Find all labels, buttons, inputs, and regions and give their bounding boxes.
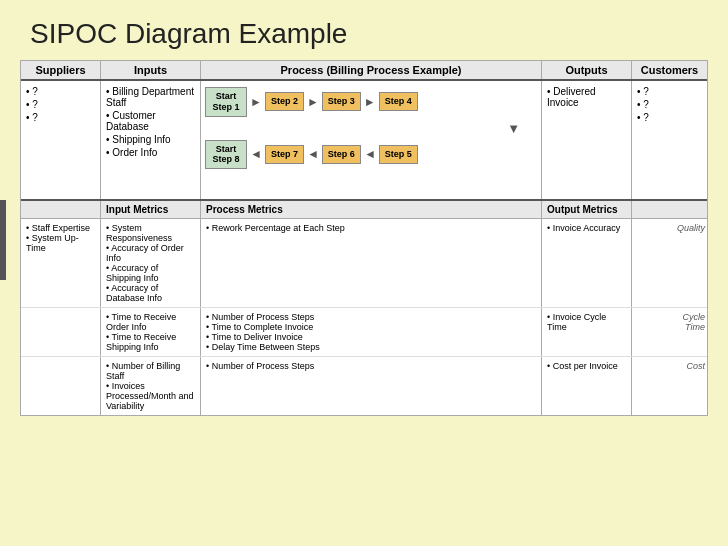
metrics-label-cost: Cost	[632, 357, 707, 415]
header-customers: Customers	[632, 61, 707, 79]
metrics-header: Input Metrics Process Metrics Output Met…	[21, 201, 707, 219]
list-item: ?	[637, 112, 702, 123]
metrics-row-quality: • Staff Expertise • System Up-Time • Sys…	[21, 219, 707, 308]
cell-process: StartStep 1 ► Step 2 ► Step 3 ► Step 4 ▼	[201, 81, 542, 199]
step-5: Step 5	[379, 145, 418, 164]
metrics-input-quality: • System Responsiveness• Accuracy of Ord…	[101, 219, 201, 307]
header-suppliers: Suppliers	[21, 61, 101, 79]
cell-inputs: Billing Department Staff Customer Databa…	[101, 81, 201, 199]
list-item: Order Info	[106, 147, 195, 158]
header-process: Process (Billing Process Example)	[201, 61, 542, 79]
metrics-output-quality: • Invoice Accuracy	[542, 219, 632, 307]
down-arrow-container: ▼	[205, 121, 536, 136]
left-accent-bar	[0, 200, 6, 280]
cell-customers: ? ? ?	[632, 81, 707, 199]
list-item: Billing Department Staff	[106, 86, 195, 108]
inputs-list: Billing Department Staff Customer Databa…	[106, 86, 195, 158]
metrics-label-cycle: CycleTime	[632, 308, 707, 356]
step-2: Step 2	[265, 92, 304, 111]
step-4: Step 4	[379, 92, 418, 111]
metrics-side-header	[632, 201, 707, 218]
list-item: ?	[26, 99, 95, 110]
sipoc-body-row: ? ? ? Billing Department Staff Customer …	[21, 81, 707, 201]
down-arrow-icon: ▼	[507, 121, 520, 136]
metrics-process-cost: • Number of Process Steps	[201, 357, 542, 415]
metrics-input-cost: • Number of Billing Staff• Invoices Proc…	[101, 357, 201, 415]
step-start-8: StartStep 8	[205, 140, 247, 170]
metrics-row-cost: • Number of Billing Staff• Invoices Proc…	[21, 357, 707, 415]
metrics-input-header: Input Metrics	[101, 201, 201, 218]
metrics-output-cost: • Cost per Invoice	[542, 357, 632, 415]
list-item: ?	[637, 86, 702, 97]
metrics-blank-quality: • Staff Expertise • System Up-Time	[21, 219, 101, 307]
list-item: ?	[26, 86, 95, 97]
sipoc-header-row: Suppliers Inputs Process (Billing Proces…	[21, 61, 707, 81]
process-flow: StartStep 1 ► Step 2 ► Step 3 ► Step 4 ▼	[205, 87, 537, 169]
arrow-left-icon: ►	[363, 147, 377, 161]
arrow-left-icon: ►	[306, 147, 320, 161]
suppliers-list: ? ? ?	[26, 86, 95, 123]
list-item: ?	[637, 99, 702, 110]
outputs-list: Delivered Invoice	[547, 86, 626, 108]
metrics-process-cycle: • Number of Process Steps• Time to Compl…	[201, 308, 542, 356]
metrics-output-cycle: • Invoice Cycle Time	[542, 308, 632, 356]
metrics-blank-cost	[21, 357, 101, 415]
list-item: Customer Database	[106, 110, 195, 132]
metrics-label-quality: Quality	[632, 219, 707, 307]
metrics-output-header: Output Metrics	[542, 201, 632, 218]
sipoc-table: Suppliers Inputs Process (Billing Proces…	[20, 60, 708, 416]
metrics-blank-header	[21, 201, 101, 218]
metrics-row-cycle: • Time to Receive Order Info• Time to Re…	[21, 308, 707, 357]
arrow-icon: ►	[363, 95, 377, 109]
list-item: Shipping Info	[106, 134, 195, 145]
header-outputs: Outputs	[542, 61, 632, 79]
step-6: Step 6	[322, 145, 361, 164]
page-title: SIPOC Diagram Example	[0, 0, 728, 60]
step-start-1: StartStep 1	[205, 87, 247, 117]
arrow-icon: ►	[249, 95, 263, 109]
process-row-2: StartStep 8 ► Step 7 ► Step 6 ► Step 5	[205, 140, 537, 170]
list-item: ?	[26, 112, 95, 123]
step-3: Step 3	[322, 92, 361, 111]
header-inputs: Inputs	[101, 61, 201, 79]
process-row-1: StartStep 1 ► Step 2 ► Step 3 ► Step 4	[205, 87, 537, 117]
cell-suppliers: ? ? ?	[21, 81, 101, 199]
metrics-input-cycle: • Time to Receive Order Info• Time to Re…	[101, 308, 201, 356]
arrow-left-icon: ►	[249, 147, 263, 161]
list-item: Delivered Invoice	[547, 86, 626, 108]
metrics-process-header: Process Metrics	[201, 201, 542, 218]
slide: SIPOC Diagram Example Suppliers Inputs P…	[0, 0, 728, 546]
cell-outputs: Delivered Invoice	[542, 81, 632, 199]
arrow-icon: ►	[306, 95, 320, 109]
metrics-process-quality: • Rework Percentage at Each Step	[201, 219, 542, 307]
customers-list: ? ? ?	[637, 86, 702, 123]
step-7: Step 7	[265, 145, 304, 164]
metrics-blank-cycle	[21, 308, 101, 356]
